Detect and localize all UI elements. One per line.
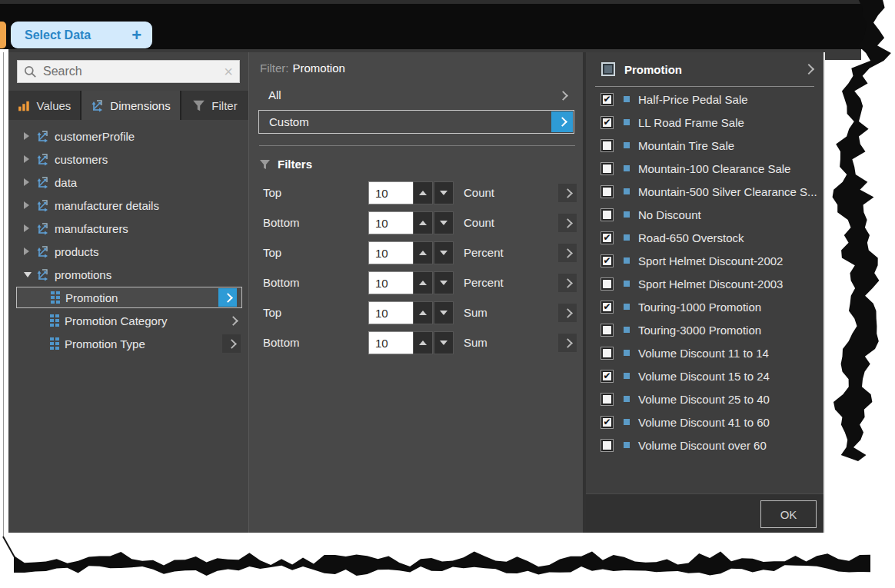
tab-values[interactable]: Values	[8, 91, 82, 120]
spinner-down-button[interactable]	[434, 331, 454, 354]
member-checkbox-checked[interactable]: ✔	[601, 417, 613, 428]
member-checkbox[interactable]	[601, 440, 613, 451]
filter-count-input[interactable]	[368, 241, 413, 264]
member-item-ll-road-frame-sale[interactable]: ✔LL Road Frame Sale	[586, 111, 823, 134]
select-data-tab[interactable]: Select Data +	[11, 22, 152, 48]
tree-item-customers[interactable]: customers	[8, 148, 248, 171]
spinner-down-button[interactable]	[434, 241, 454, 264]
expand-icon[interactable]	[24, 224, 36, 232]
member-item-volume-discount-11-to-14[interactable]: Volume Discount 11 to 14	[586, 341, 823, 364]
member-item-mountain-500-silver-clearance-s[interactable]: Mountain-500 Silver Clearance S...	[586, 180, 823, 203]
member-checkbox-checked[interactable]: ✔	[601, 301, 613, 313]
open-chevron-active[interactable]	[218, 288, 237, 307]
tree-item-manufacturers[interactable]: manufacturers	[8, 217, 248, 240]
spinner-down-button[interactable]	[434, 211, 454, 234]
filter-options-chevron[interactable]	[558, 184, 577, 202]
member-checkbox-checked[interactable]: ✔	[601, 255, 613, 267]
tab-dimensions[interactable]: Dimensions	[82, 91, 181, 120]
member-checkbox[interactable]	[601, 140, 613, 151]
tree-item-promotion-type[interactable]: Promotion Type	[8, 332, 248, 355]
filter-options-chevron[interactable]	[558, 214, 577, 232]
expand-icon[interactable]	[24, 201, 36, 209]
spinner-down-button[interactable]	[434, 181, 454, 204]
filter-count-input[interactable]	[368, 181, 413, 204]
filter-count-input[interactable]	[368, 301, 413, 324]
tree-item-data[interactable]: data	[8, 171, 248, 194]
clear-search-icon[interactable]: ×	[224, 65, 233, 78]
tree-item-label: Promotion Type	[65, 337, 145, 350]
member-checkbox-checked[interactable]: ✔	[601, 117, 613, 128]
tree-item-manufacturer-details[interactable]: manufacturer details	[8, 194, 248, 217]
member-item-volume-discount-over-60[interactable]: Volume Discount over 60	[586, 434, 823, 457]
expand-icon[interactable]	[24, 155, 36, 163]
filter-option-custom[interactable]: Custom	[258, 110, 574, 134]
filter-options-chevron[interactable]	[558, 244, 577, 262]
member-checkbox[interactable]	[601, 278, 613, 290]
hierarchy-axes-icon	[36, 130, 49, 143]
expand-icon[interactable]	[24, 178, 36, 186]
ok-button[interactable]: OK	[760, 500, 817, 528]
filter-option-all[interactable]: All	[258, 83, 574, 107]
member-item-volume-discount-41-to-60[interactable]: ✔Volume Discount 41 to 60	[586, 410, 823, 434]
member-label: Touring-1000 Promotion	[638, 301, 761, 314]
tree-item-promotion-category[interactable]: Promotion Category	[8, 309, 248, 332]
spinner-up-button[interactable]	[413, 241, 433, 264]
filter-options-chevron[interactable]	[558, 274, 577, 292]
search-box[interactable]: ×	[17, 60, 240, 83]
member-checkbox-checked[interactable]: ✔	[601, 94, 613, 105]
member-checkbox[interactable]	[601, 347, 613, 359]
member-checkbox-checked[interactable]: ✔	[601, 370, 613, 382]
tree-item-customerprofile[interactable]: customerProfile	[8, 125, 248, 148]
member-item-sport-helmet-discount-2002[interactable]: ✔Sport Helmet Discount-2002	[586, 249, 823, 272]
member-item-road-650-overstock[interactable]: ✔Road-650 Overstock	[586, 226, 823, 249]
member-item-mountain-tire-sale[interactable]: Mountain Tire Sale	[586, 134, 823, 157]
expand-icon[interactable]	[24, 247, 36, 255]
tree-item-products[interactable]: products	[8, 240, 248, 263]
filter-count-input[interactable]	[368, 211, 413, 234]
member-item-volume-discount-25-to-40[interactable]: Volume Discount 25 to 40	[586, 387, 823, 410]
member-checkbox-checked[interactable]: ✔	[601, 232, 613, 244]
member-checkbox[interactable]	[601, 186, 613, 198]
member-item-sport-helmet-discount-2003[interactable]: Sport Helmet Discount-2003	[586, 272, 823, 295]
select-all-checkbox[interactable]	[601, 62, 615, 76]
hierarchy-axes-icon	[36, 176, 49, 189]
member-checkbox[interactable]	[601, 209, 613, 221]
spinner-up-button[interactable]	[413, 211, 433, 234]
member-checkbox[interactable]	[601, 394, 613, 405]
member-item-volume-discount-15-to-24[interactable]: ✔Volume Discount 15 to 24	[586, 364, 823, 387]
spinner-up-button[interactable]	[413, 301, 433, 324]
tab-filter[interactable]: Filter	[181, 91, 248, 120]
open-chevron[interactable]	[230, 314, 237, 327]
spinner-down-button[interactable]	[434, 301, 454, 324]
member-checkbox[interactable]	[601, 163, 613, 174]
member-item-touring-3000-promotion[interactable]: Touring-3000 Promotion	[586, 318, 823, 341]
member-item-mountain-100-clearance-sale[interactable]: Mountain-100 Clearance Sale	[586, 157, 823, 180]
search-input[interactable]	[43, 65, 224, 78]
filter-options-chevron[interactable]	[558, 334, 577, 352]
chevron-right-icon[interactable]	[805, 62, 813, 76]
member-item-no-discount[interactable]: No Discount	[586, 203, 823, 226]
member-item-touring-1000-promotion[interactable]: ✔Touring-1000 Promotion	[586, 295, 823, 318]
collapse-icon[interactable]	[24, 272, 36, 277]
filter-count-input[interactable]	[368, 271, 413, 294]
spinner-down-button[interactable]	[434, 271, 454, 294]
spinner-up-button[interactable]	[413, 271, 433, 294]
filter-options-chevron[interactable]	[558, 304, 577, 322]
member-item-half-price-pedal-sale[interactable]: ✔Half-Price Pedal Sale	[586, 88, 823, 111]
chevron-right-icon[interactable]	[560, 88, 567, 102]
filter-position-label: Bottom	[263, 330, 300, 356]
orange-edge-tab[interactable]	[0, 22, 6, 48]
spinner-up-button[interactable]	[413, 331, 433, 354]
expand-icon[interactable]	[24, 132, 36, 140]
add-icon[interactable]: +	[131, 28, 141, 43]
open-chevron[interactable]	[222, 334, 241, 353]
chevron-right-icon-active[interactable]	[551, 111, 573, 132]
filter-row-top-count: TopCount	[249, 180, 584, 206]
member-checkbox[interactable]	[601, 324, 613, 336]
filter-count-input[interactable]	[368, 331, 413, 354]
tree-item-promotion[interactable]: Promotion	[16, 287, 242, 308]
tree-item-promotions[interactable]: promotions	[8, 263, 248, 286]
spinner-up-button[interactable]	[413, 181, 433, 204]
member-picker-header[interactable]: Promotion	[586, 52, 823, 86]
member-picker-footer: OK	[586, 493, 823, 533]
